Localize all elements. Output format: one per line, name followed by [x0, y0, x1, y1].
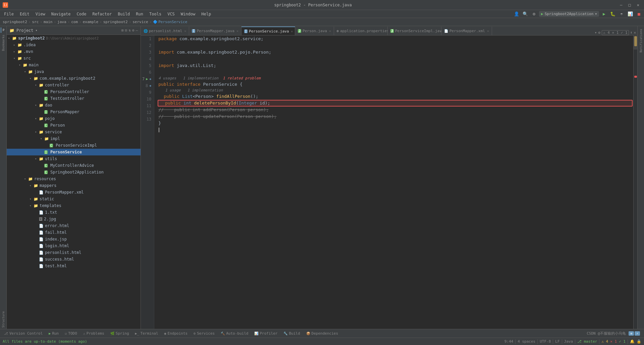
run-button[interactable]: ▶ — [600, 10, 608, 18]
editor-content[interactable]: 1 2 3 4 5 6 — [141, 36, 637, 329]
project-expand-icon[interactable]: ⊞ — [121, 28, 124, 32]
menu-window[interactable]: Window — [178, 11, 198, 17]
menu-navigate[interactable]: Navigate — [49, 11, 73, 17]
tree-item-test-html[interactable]: ▸ 📄 test.html — [7, 263, 141, 269]
tab-close-person-service[interactable]: ✕ — [291, 29, 293, 33]
tab-version-control[interactable]: ⎇ Version Control — [1, 330, 45, 337]
status-notification[interactable]: 🔔 — [630, 339, 635, 344]
tree-item-controller[interactable]: ▾ 📁 controller — [7, 82, 141, 88]
project-sidebar-icon[interactable]: P — [1, 27, 6, 33]
tree-item-pojo[interactable]: ▾ 📁 pojo — [7, 115, 141, 122]
stop-button[interactable]: ■ — [635, 10, 643, 18]
tree-item-service[interactable]: ▾ 📁 service — [7, 129, 141, 135]
breadcrumb-java[interactable]: java — [57, 20, 66, 24]
chat-button-2[interactable]: ⚡ — [635, 331, 640, 336]
tree-item-test-controller[interactable]: ▸ C TestController — [7, 95, 141, 102]
tree-item-person-mapper-xml[interactable]: ▸ 📄 PersonMapper.xml — [7, 189, 141, 196]
project-settings-icon[interactable]: ⚙ — [132, 28, 135, 32]
project-collapse-icon[interactable]: ⊟ — [125, 28, 127, 32]
tree-item-2jpg[interactable]: ▸ 🖼 2.jpg — [7, 216, 141, 222]
impl-gutter-icon-7[interactable]: ◈ — [149, 76, 151, 82]
breadcrumb-com[interactable]: com — [71, 20, 78, 24]
structure-icon[interactable]: Structure — [1, 317, 6, 322]
tab-person-service-impl[interactable]: J PersonServiceImpl.java ✕ — [388, 26, 441, 35]
breadcrumb-project[interactable]: springboot2 — [3, 20, 27, 24]
chat-button-1[interactable]: ≡ — [629, 331, 634, 336]
tree-item-java-folder[interactable]: ▾ 📁 java — [7, 68, 141, 75]
tab-problems[interactable]: ⚠ Problems — [80, 330, 107, 337]
tree-item-personlist-html[interactable]: ▸ 📄 personlist.html — [7, 249, 141, 256]
search-everywhere-button[interactable]: 🔍 — [522, 10, 529, 18]
menu-code[interactable]: Code — [74, 11, 89, 17]
menu-edit[interactable]: Edit — [17, 11, 32, 17]
tree-item-mappers[interactable]: ▾ 📁 mappers — [7, 182, 141, 189]
run-configuration[interactable]: ▶ Springboot2Application ▾ — [539, 11, 599, 17]
warnings-count[interactable]: ⚠ 4 ✕ 1 ✓ 1 — [602, 30, 629, 35]
tab-services[interactable]: ⚙ Services — [191, 330, 217, 337]
breadcrumb-example[interactable]: example — [83, 20, 98, 24]
tree-item-springboot2-app[interactable]: ▸ C Springboot2Application — [7, 169, 141, 176]
tree-item-1txt[interactable]: ▸ 📄 1.txt — [7, 209, 141, 216]
close-editor-icon[interactable]: ✕ — [634, 30, 636, 35]
tab-personlist[interactable]: 🌐 personlist.html ✕ — [141, 26, 189, 35]
tab-close-person-mapper[interactable]: ✕ — [236, 29, 238, 33]
tree-item-static[interactable]: ▾ 📁 static — [7, 196, 141, 202]
breadcrumb-file[interactable]: PersonService — [158, 20, 187, 24]
tab-todo[interactable]: ☑ TODO — [62, 330, 80, 337]
run-gutter-icon-7[interactable]: ▶ — [146, 76, 148, 82]
tab-build[interactable]: 🔧 Build — [281, 330, 303, 337]
notifications-icon[interactable]: Notifications — [639, 27, 643, 54]
coverage-button[interactable]: ☂ — [618, 10, 625, 18]
tree-item-root[interactable]: ▾ 📁 springboot2 D:\Users\Admin\springboo… — [7, 35, 141, 42]
tab-profiler[interactable]: 📊 Profiler — [252, 330, 280, 337]
breadcrumb-service[interactable]: service — [132, 20, 148, 24]
tree-item-dao[interactable]: ▾ 📁 dao — [7, 102, 141, 109]
tree-item-com[interactable]: ▾ 📁 com.example.springboot2 — [7, 75, 141, 82]
tree-item-idea[interactable]: ▸ 📁 .idea — [7, 42, 141, 48]
tree-item-person-service[interactable]: ▸ I PersonService — [7, 149, 141, 155]
tree-item-my-controller-advice[interactable]: ▸ C MyControllerAdvice — [7, 162, 141, 169]
minimize-button[interactable]: — — [618, 2, 624, 8]
tab-person-service[interactable]: I PersonService.java ✕ — [241, 26, 295, 35]
tab-run[interactable]: ▶ Run — [46, 330, 61, 337]
breadcrumb-main[interactable]: main — [44, 20, 53, 24]
breadcrumb-springboot2[interactable]: springboot2 — [103, 20, 128, 24]
menu-refactor[interactable]: Refactor — [90, 11, 114, 17]
bookmarks-icon[interactable]: Bookmarks — [1, 40, 6, 46]
tree-item-mvn[interactable]: ▸ 📁 .mvn — [7, 48, 141, 55]
impl-gutter-icon-8[interactable]: ◈ — [149, 82, 151, 89]
expand-editor-icon[interactable]: ⬆ — [630, 30, 633, 35]
tree-item-templates[interactable]: ▾ 📁 templates — [7, 202, 141, 209]
tab-person-mapper-xml[interactable]: 📄 PersonMapper.xml ✕ — [441, 26, 492, 35]
tab-close-personlist[interactable]: ✕ — [184, 29, 186, 33]
menu-file[interactable]: File — [1, 11, 16, 17]
menu-build[interactable]: Build — [115, 11, 132, 17]
tab-close-person[interactable]: ✕ — [329, 29, 331, 33]
tab-dependencies[interactable]: 📦 Dependencies — [304, 330, 341, 337]
tab-terminal[interactable]: ▶_ Terminal — [132, 330, 161, 337]
tree-item-person-controller[interactable]: ▸ C PersonController — [7, 88, 141, 95]
tree-item-success-html[interactable]: ▸ 📄 success.html — [7, 256, 141, 263]
close-button[interactable]: ✕ — [635, 2, 641, 8]
tabs-settings-icon[interactable]: ⚙ — [598, 30, 600, 35]
tab-endpoints[interactable]: ◉ Endpoints — [162, 330, 191, 337]
status-lock[interactable]: 🔒 — [637, 339, 641, 344]
tree-item-src[interactable]: ▾ 📁 src — [7, 55, 141, 62]
project-scroll-icon[interactable]: ⇅ — [128, 28, 131, 32]
tree-item-index-jsp[interactable]: ▸ 📄 index.jsp — [7, 236, 141, 243]
tree-item-login-html[interactable]: ▸ 📄 login.html — [7, 243, 141, 249]
menu-vcs[interactable]: VCS — [165, 11, 177, 17]
code-editor[interactable]: package com.example.springboot2.service;… — [154, 36, 633, 329]
tab-application[interactable]: ⚙ application.properties ✕ — [334, 26, 388, 35]
tree-item-main[interactable]: ▾ 📁 main — [7, 62, 141, 68]
tabs-more-icon[interactable]: ▾ — [595, 30, 597, 35]
settings-button[interactable]: ⚙ — [530, 10, 538, 18]
tree-item-error-html[interactable]: ▸ 📄 error.html — [7, 222, 141, 229]
tree-item-resources[interactable]: ▾ 📁 resources — [7, 176, 141, 182]
tree-item-person-mapper[interactable]: ▸ I PersonMapper — [7, 109, 141, 115]
maximize-button[interactable]: □ — [627, 2, 633, 8]
profiler-run-button[interactable]: 📊 — [627, 10, 634, 18]
tree-item-utils[interactable]: ▾ 📁 utils — [7, 155, 141, 162]
tab-close-mapper-xml[interactable]: ✕ — [487, 29, 489, 33]
debug-button[interactable]: 🐛 — [609, 10, 616, 18]
